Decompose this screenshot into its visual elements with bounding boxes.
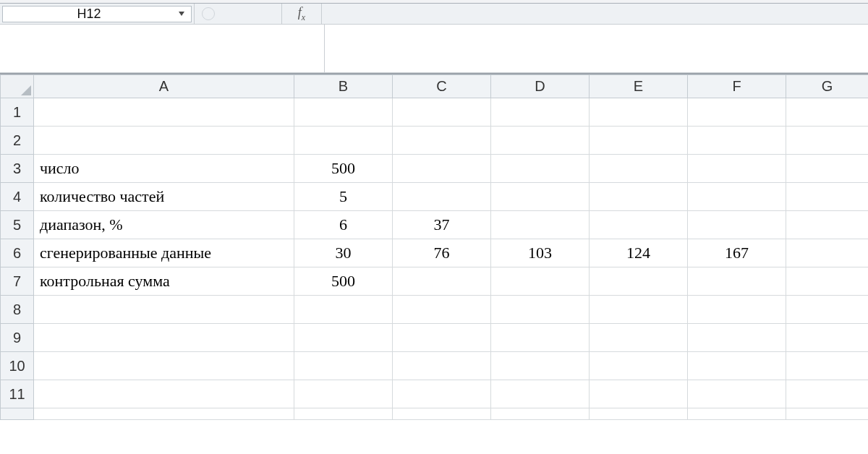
row-header-11[interactable]: 11	[1, 380, 34, 408]
insert-function-button[interactable]: fx	[281, 4, 322, 24]
col-header-A[interactable]: A	[34, 75, 294, 98]
cell[interactable]	[786, 239, 869, 267]
cell[interactable]	[34, 408, 294, 420]
name-box-dropdown-icon[interactable]	[175, 12, 188, 16]
cell[interactable]	[491, 127, 590, 155]
cell[interactable]	[294, 352, 393, 380]
cell[interactable]	[34, 98, 294, 127]
cell[interactable]: 167	[688, 239, 786, 267]
cell[interactable]	[491, 380, 590, 408]
cell[interactable]	[590, 211, 688, 239]
cell[interactable]	[491, 155, 590, 183]
cell[interactable]	[786, 98, 869, 127]
col-header-E[interactable]: E	[590, 75, 688, 98]
cell[interactable]: 30	[294, 239, 393, 267]
cell[interactable]: количество частей	[34, 183, 294, 211]
cell[interactable]: 500	[294, 267, 393, 296]
cell[interactable]	[34, 380, 294, 408]
cell[interactable]	[786, 380, 869, 408]
cell[interactable]	[393, 380, 491, 408]
cell[interactable]	[393, 324, 491, 352]
cell[interactable]	[491, 352, 590, 380]
row-header-2[interactable]: 2	[1, 127, 34, 155]
cell[interactable]	[393, 98, 491, 127]
cell[interactable]	[688, 408, 786, 420]
cell[interactable]	[294, 296, 393, 324]
row-header-10[interactable]: 10	[1, 352, 34, 380]
cell[interactable]	[393, 127, 491, 155]
cell[interactable]	[688, 352, 786, 380]
cell[interactable]	[393, 296, 491, 324]
cell[interactable]	[786, 183, 869, 211]
cell[interactable]	[590, 296, 688, 324]
cell[interactable]	[786, 324, 869, 352]
cell[interactable]	[491, 211, 590, 239]
cell[interactable]	[393, 352, 491, 380]
cell[interactable]	[34, 296, 294, 324]
cell[interactable]: 5	[294, 183, 393, 211]
cell[interactable]: сгенерированные данные	[34, 239, 294, 267]
cell[interactable]	[491, 296, 590, 324]
cell[interactable]	[688, 296, 786, 324]
cell[interactable]	[786, 127, 869, 155]
row-header-1[interactable]: 1	[1, 98, 34, 127]
name-box[interactable]: H12	[2, 6, 192, 22]
cell[interactable]	[294, 380, 393, 408]
row-header-5[interactable]: 5	[1, 211, 34, 239]
cell[interactable]	[786, 155, 869, 183]
cell[interactable]: 76	[393, 239, 491, 267]
cell[interactable]	[294, 98, 393, 127]
cell[interactable]	[393, 267, 491, 296]
cell[interactable]	[688, 380, 786, 408]
cell[interactable]	[34, 127, 294, 155]
col-header-C[interactable]: C	[393, 75, 491, 98]
cell[interactable]	[688, 155, 786, 183]
cell[interactable]	[34, 324, 294, 352]
cell[interactable]	[786, 408, 869, 420]
cell[interactable]	[393, 155, 491, 183]
cell[interactable]	[688, 183, 786, 211]
cell[interactable]: 6	[294, 211, 393, 239]
select-all-corner[interactable]	[1, 75, 34, 98]
row-header-6[interactable]: 6	[1, 239, 34, 267]
cell[interactable]	[491, 267, 590, 296]
cell[interactable]: 37	[393, 211, 491, 239]
cell[interactable]: число	[34, 155, 294, 183]
cell[interactable]	[491, 408, 590, 420]
cell[interactable]	[590, 267, 688, 296]
grid[interactable]: A B C D E F G 1 2 3 число 500	[0, 74, 868, 420]
cell[interactable]	[688, 127, 786, 155]
row-header-12[interactable]	[1, 408, 34, 420]
cell[interactable]	[688, 98, 786, 127]
cell[interactable]	[688, 267, 786, 296]
cell[interactable]	[393, 183, 491, 211]
cell[interactable]	[590, 324, 688, 352]
row-header-8[interactable]: 8	[1, 296, 34, 324]
cell[interactable]	[590, 127, 688, 155]
cell[interactable]	[294, 408, 393, 420]
cell[interactable]	[688, 324, 786, 352]
col-header-F[interactable]: F	[688, 75, 786, 98]
cell[interactable]	[34, 352, 294, 380]
cell[interactable]: 500	[294, 155, 393, 183]
col-header-D[interactable]: D	[491, 75, 590, 98]
cell[interactable]	[491, 98, 590, 127]
cell[interactable]	[590, 380, 688, 408]
cell[interactable]	[590, 155, 688, 183]
cell[interactable]	[294, 324, 393, 352]
row-header-9[interactable]: 9	[1, 324, 34, 352]
cell[interactable]	[590, 352, 688, 380]
row-header-7[interactable]: 7	[1, 267, 34, 296]
cell[interactable]	[786, 296, 869, 324]
row-header-3[interactable]: 3	[1, 155, 34, 183]
col-header-B[interactable]: B	[294, 75, 393, 98]
cell[interactable]: 103	[491, 239, 590, 267]
cell[interactable]: 124	[590, 239, 688, 267]
cell[interactable]	[688, 211, 786, 239]
cell[interactable]: диапазон, %	[34, 211, 294, 239]
cell[interactable]	[393, 408, 491, 420]
row-header-4[interactable]: 4	[1, 183, 34, 211]
col-header-G[interactable]: G	[786, 75, 869, 98]
cell[interactable]	[786, 352, 869, 380]
cell[interactable]	[294, 127, 393, 155]
